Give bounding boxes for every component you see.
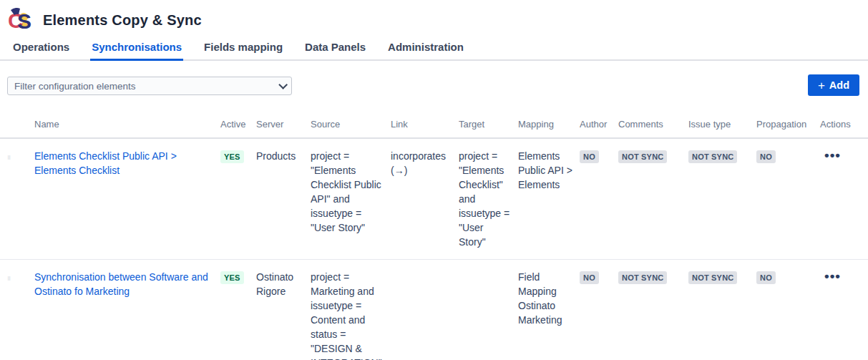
column-comments: Comments bbox=[618, 113, 688, 138]
table-row: ⠿ Synchronisation between Software and O… bbox=[0, 260, 868, 360]
active-badge: YES bbox=[220, 271, 244, 284]
row-actions-menu-icon[interactable]: ••• bbox=[820, 269, 841, 283]
mapping-cell: Field Mapping Ostinato Marketing bbox=[518, 260, 580, 360]
tab-data-panels[interactable]: Data Panels bbox=[303, 38, 367, 59]
tab-fields-mapping[interactable]: Fields mapping bbox=[203, 38, 284, 59]
column-link: Link bbox=[391, 113, 459, 138]
add-button-label: Add bbox=[829, 79, 849, 91]
synchronisations-table: Name Active Server Source Link Target Ma… bbox=[0, 113, 868, 360]
drag-handle-icon[interactable]: ⠿ bbox=[7, 276, 11, 281]
drag-handle-icon[interactable]: ⠿ bbox=[7, 155, 11, 160]
tab-synchronisations[interactable]: Synchronisations bbox=[90, 38, 183, 59]
table-header: Name Active Server Source Link Target Ma… bbox=[0, 113, 868, 138]
issue-type-badge: NOT SYNC bbox=[688, 150, 737, 163]
propagation-badge: NO bbox=[756, 271, 776, 284]
column-actions: Actions bbox=[820, 113, 868, 138]
author-badge: NO bbox=[580, 150, 599, 163]
server-cell: Ostinato Rigore bbox=[256, 260, 311, 360]
filter-select-value: Filter configuration elements bbox=[14, 81, 278, 92]
author-badge: NO bbox=[580, 271, 599, 284]
target-cell bbox=[459, 260, 518, 360]
app-header: C S Elements Copy & Sync bbox=[0, 0, 868, 38]
propagation-badge: NO bbox=[756, 150, 776, 163]
active-badge: YES bbox=[220, 150, 244, 163]
sync-name-link[interactable]: Synchronisation between Software and Ost… bbox=[34, 271, 208, 297]
column-source: Source bbox=[311, 113, 391, 138]
table-row: ⠿ Elements Checklist Public API > Elemen… bbox=[0, 138, 868, 260]
comments-badge: NOT SYNC bbox=[618, 271, 667, 284]
column-name: Name bbox=[34, 113, 220, 138]
toolbar: Filter configuration elements + Add bbox=[0, 61, 868, 96]
mapping-cell: Elements Public API > Elements bbox=[518, 138, 580, 260]
tab-operations[interactable]: Operations bbox=[11, 38, 71, 59]
link-cell bbox=[391, 260, 459, 360]
comments-badge: NOT SYNC bbox=[618, 150, 667, 163]
column-target: Target bbox=[459, 113, 518, 138]
elements-copy-sync-app: C S Elements Copy & Sync Operations Sync… bbox=[0, 0, 868, 360]
app-logo-icon: C S bbox=[9, 8, 34, 32]
column-author: Author bbox=[580, 113, 618, 138]
sync-name-link[interactable]: Elements Checklist Public API > Elements… bbox=[34, 150, 177, 176]
column-server: Server bbox=[256, 113, 311, 138]
plus-icon: + bbox=[818, 79, 825, 92]
tab-bar: Operations Synchronisations Fields mappi… bbox=[0, 38, 868, 61]
logo-letter-s: S bbox=[17, 9, 31, 32]
column-mapping: Mapping bbox=[518, 113, 580, 138]
target-cell: project = "Elements Checklist" and issue… bbox=[459, 138, 518, 260]
chevron-down-icon bbox=[278, 80, 288, 89]
column-propagation: Propagation bbox=[756, 113, 820, 138]
add-button[interactable]: + Add bbox=[808, 74, 859, 96]
column-active: Active bbox=[220, 113, 256, 138]
source-cell: project = Marketing and issuetype = Cont… bbox=[311, 260, 391, 360]
server-cell: Products bbox=[256, 138, 311, 260]
link-cell: incorporates (→) bbox=[391, 138, 459, 260]
source-cell: project = "Elements Checklist Public API… bbox=[311, 138, 391, 260]
row-actions-menu-icon[interactable]: ••• bbox=[820, 148, 841, 162]
tab-administration[interactable]: Administration bbox=[386, 38, 465, 59]
issue-type-badge: NOT SYNC bbox=[688, 271, 737, 284]
column-handle bbox=[0, 113, 34, 138]
page-title: Elements Copy & Sync bbox=[43, 12, 202, 29]
column-issue-type: Issue type bbox=[688, 113, 756, 138]
filter-configuration-select[interactable]: Filter configuration elements bbox=[7, 77, 292, 95]
